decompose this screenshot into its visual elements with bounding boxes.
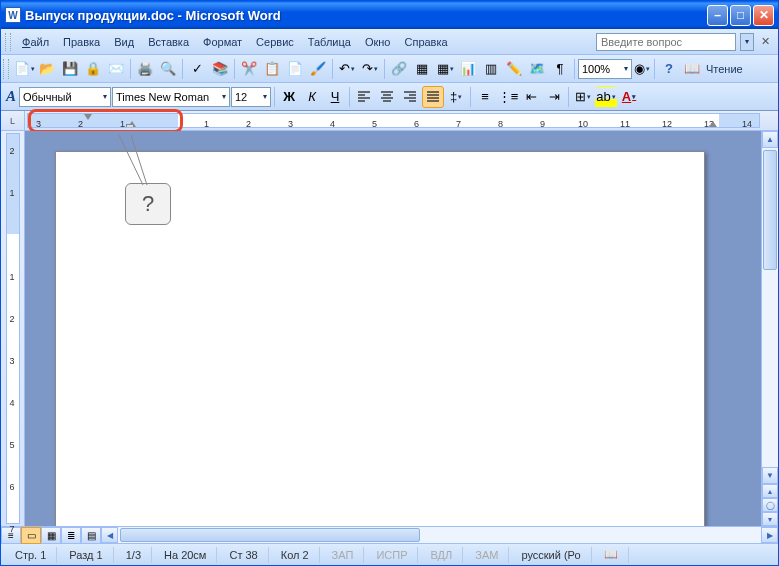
- menubar-grip[interactable]: [5, 33, 11, 51]
- print-layout-view-button[interactable]: ▭: [21, 527, 41, 544]
- bullets-icon[interactable]: ⋮≡: [497, 86, 519, 108]
- hscroll-thumb[interactable]: [120, 528, 420, 542]
- font-size-combo[interactable]: 12▾: [231, 87, 271, 107]
- close-button[interactable]: ✕: [753, 5, 774, 26]
- horizontal-ruler[interactable]: 3 2 1 1 2 3 4 5 6 7 8 9 10 11 12 13 14: [27, 113, 760, 128]
- style-combo[interactable]: Обычный▾: [19, 87, 111, 107]
- show-paragraph-icon[interactable]: ¶: [549, 58, 571, 80]
- status-page[interactable]: Стр. 1: [5, 547, 57, 563]
- ask-question-dropdown[interactable]: ▾: [740, 33, 754, 51]
- status-lang[interactable]: русский (Ро: [511, 547, 591, 563]
- status-ext[interactable]: ВДЛ: [420, 547, 463, 563]
- save-icon[interactable]: 💾: [59, 58, 81, 80]
- zoom-combo[interactable]: 100%▾: [578, 59, 632, 79]
- scroll-up-button[interactable]: ▲: [762, 131, 778, 148]
- page-viewport[interactable]: ?: [25, 131, 761, 526]
- status-col[interactable]: Кол 2: [271, 547, 320, 563]
- ask-question-input[interactable]: [596, 33, 736, 51]
- research-icon[interactable]: 📚: [209, 58, 231, 80]
- copy-icon[interactable]: 📋: [261, 58, 283, 80]
- print-icon[interactable]: 🖨️: [134, 58, 156, 80]
- menu-window[interactable]: Окно: [358, 33, 398, 51]
- vscroll-track[interactable]: [762, 148, 778, 467]
- browse-object-button[interactable]: ◯: [762, 498, 778, 512]
- minimize-button[interactable]: –: [707, 5, 728, 26]
- spellcheck-icon[interactable]: ✓: [186, 58, 208, 80]
- tab-selector[interactable]: L: [1, 111, 25, 130]
- numbering-icon[interactable]: ≡: [474, 86, 496, 108]
- cut-icon[interactable]: ✂️: [238, 58, 260, 80]
- status-rec[interactable]: ЗАП: [322, 547, 365, 563]
- status-spellcheck-icon[interactable]: 📖: [594, 547, 629, 563]
- status-ovr[interactable]: ЗАМ: [465, 547, 509, 563]
- menu-edit[interactable]: Правка: [56, 33, 107, 51]
- drawing-icon[interactable]: ✏️: [503, 58, 525, 80]
- web-layout-view-button[interactable]: ▦: [41, 527, 61, 544]
- columns-icon[interactable]: ▥: [480, 58, 502, 80]
- right-indent-marker[interactable]: [709, 121, 717, 127]
- status-line[interactable]: Ст 38: [219, 547, 268, 563]
- toolbar-grip[interactable]: [3, 59, 9, 79]
- status-trk[interactable]: ИСПР: [366, 547, 418, 563]
- highlight-icon[interactable]: ab: [595, 86, 617, 108]
- menu-insert[interactable]: Вставка: [141, 33, 196, 51]
- line-spacing-icon[interactable]: ‡: [445, 86, 467, 108]
- vertical-scrollbar[interactable]: ▲ ▼ ▴ ◯ ▾: [761, 131, 778, 526]
- status-at[interactable]: На 20см: [154, 547, 217, 563]
- italic-icon[interactable]: К: [301, 86, 323, 108]
- redo-icon[interactable]: ↷: [359, 58, 381, 80]
- reading-layout-icon[interactable]: 📖: [681, 58, 703, 80]
- reading-view-button[interactable]: ▤: [81, 527, 101, 544]
- vscroll-thumb[interactable]: [763, 150, 777, 270]
- decrease-indent-icon[interactable]: ⇤: [520, 86, 542, 108]
- hyperlink-icon[interactable]: 🔗: [388, 58, 410, 80]
- mail-icon[interactable]: ✉️: [105, 58, 127, 80]
- permission-icon[interactable]: 🔒: [82, 58, 104, 80]
- browse-prev-button[interactable]: ▴: [762, 484, 778, 498]
- insert-table-icon[interactable]: ▦: [434, 58, 456, 80]
- left-indent-marker[interactable]: [126, 124, 134, 128]
- help-icon[interactable]: ?: [658, 58, 680, 80]
- align-left-icon[interactable]: [353, 86, 375, 108]
- reading-label[interactable]: Чтение: [704, 63, 745, 75]
- vertical-ruler[interactable]: 2 1 1 2 3 4 5 6 7: [1, 131, 25, 526]
- menu-file[interactable]: Файл: [15, 33, 56, 51]
- doc-map-icon[interactable]: 🗺️: [526, 58, 548, 80]
- font-color-icon[interactable]: A: [618, 86, 640, 108]
- menu-help[interactable]: Справка: [397, 33, 454, 51]
- status-pages[interactable]: 1/3: [116, 547, 152, 563]
- borders-icon[interactable]: ⊞: [572, 86, 594, 108]
- undo-icon[interactable]: ↶: [336, 58, 358, 80]
- scroll-left-button[interactable]: ◀: [101, 527, 118, 543]
- outline-view-button[interactable]: ≣: [61, 527, 81, 544]
- menu-format[interactable]: Формат: [196, 33, 249, 51]
- scroll-down-button[interactable]: ▼: [762, 467, 778, 484]
- paste-icon[interactable]: 📄: [284, 58, 306, 80]
- increase-indent-icon[interactable]: ⇥: [543, 86, 565, 108]
- insert-excel-icon[interactable]: 📊: [457, 58, 479, 80]
- status-section[interactable]: Разд 1: [59, 547, 113, 563]
- tables-borders-icon[interactable]: ▦: [411, 58, 433, 80]
- font-combo[interactable]: Times New Roman▾: [112, 87, 230, 107]
- new-doc-icon[interactable]: 📄: [13, 58, 35, 80]
- style-selector-icon[interactable]: A: [4, 86, 18, 108]
- print-preview-icon[interactable]: 🔍: [157, 58, 179, 80]
- menu-table[interactable]: Таблица: [301, 33, 358, 51]
- menu-view[interactable]: Вид: [107, 33, 141, 51]
- bold-icon[interactable]: Ж: [278, 86, 300, 108]
- menubar-close-doc[interactable]: ✕: [758, 35, 772, 49]
- open-icon[interactable]: 📂: [36, 58, 58, 80]
- align-center-icon[interactable]: [376, 86, 398, 108]
- browse-next-button[interactable]: ▾: [762, 512, 778, 526]
- hscroll-track[interactable]: [118, 527, 761, 543]
- titlebar[interactable]: W Выпуск продукции.doc - Microsoft Word …: [1, 1, 778, 29]
- align-right-icon[interactable]: [399, 86, 421, 108]
- menu-tools[interactable]: Сервис: [249, 33, 301, 51]
- horizontal-scrollbar[interactable]: ◀ ▶: [101, 527, 778, 543]
- first-line-indent-marker[interactable]: [84, 114, 92, 120]
- scroll-right-button[interactable]: ▶: [761, 527, 778, 543]
- maximize-button[interactable]: □: [730, 5, 751, 26]
- format-painter-icon[interactable]: 🖌️: [307, 58, 329, 80]
- align-justify-icon[interactable]: [422, 86, 444, 108]
- underline-icon[interactable]: Ч: [324, 86, 346, 108]
